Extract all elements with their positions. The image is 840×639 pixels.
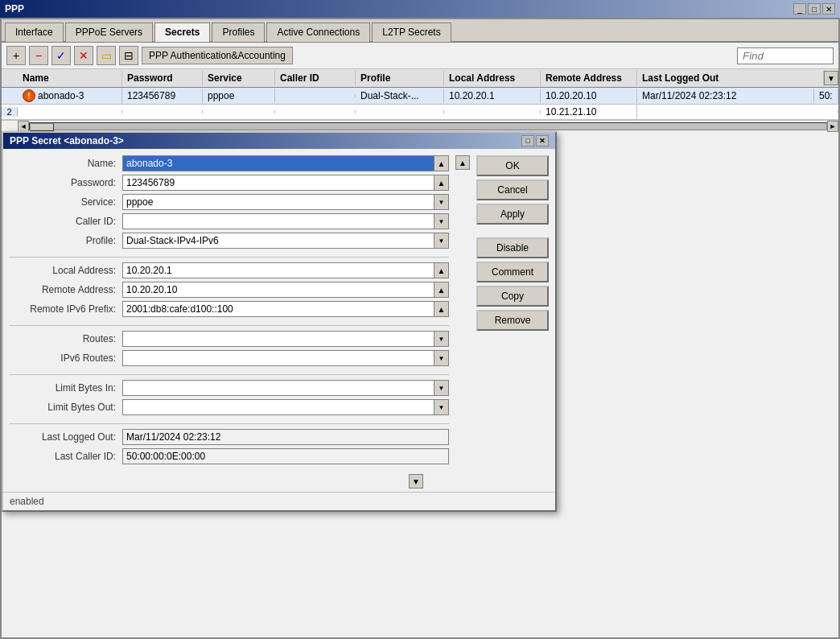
col-profile: Profile	[356, 71, 444, 85]
ppp-secret-dialog: PPP Secret <abonado-3> □ ✕ Name: ▲	[2, 131, 557, 512]
limit-bytes-in-dropdown-btn[interactable]: ▼	[434, 380, 449, 396]
remote-address-up-arrow[interactable]: ▲	[434, 282, 449, 298]
local-address-up-arrow[interactable]: ▲	[434, 262, 449, 278]
check-button[interactable]: ✓	[51, 46, 71, 65]
ipv6-routes-input[interactable]	[122, 350, 434, 366]
password-input[interactable]	[122, 175, 434, 191]
last-logged-out-input[interactable]	[122, 429, 449, 445]
ipv6-routes-row: IPv6 Routes: ▼	[10, 350, 449, 366]
copy-button[interactable]: Copy	[476, 286, 549, 307]
remove-button[interactable]: −	[29, 46, 48, 65]
local-address-label: Local Address:	[10, 265, 122, 276]
table-row[interactable]: abonado-3 123456789 pppoe Dual-Stack-...…	[2, 88, 838, 105]
dialog-title-bar: PPP Secret <abonado-3> □ ✕	[3, 133, 555, 149]
add-button[interactable]: +	[6, 46, 26, 65]
last-caller-id-input[interactable]	[122, 448, 449, 464]
name-label: Name:	[10, 158, 122, 169]
tab-interface[interactable]: Interface	[5, 23, 64, 42]
ipv6-routes-input-group: ▼	[122, 350, 449, 366]
cell-password: 123456789	[122, 89, 203, 103]
limit-bytes-in-input[interactable]	[122, 380, 434, 396]
service-dropdown-btn[interactable]: ▼	[434, 194, 449, 210]
table-row-2[interactable]: 2 10.21.21.10	[2, 105, 838, 120]
col-remote-address: Remote Address	[541, 71, 637, 85]
comment-button[interactable]: Comment	[476, 262, 549, 282]
routes-label: Routes:	[10, 333, 122, 344]
dialog-maximize-button[interactable]: □	[521, 135, 534, 146]
folder-button[interactable]: ▭	[97, 46, 116, 65]
cell2-last-logged-out	[637, 110, 838, 113]
cancel-button[interactable]: Cancel	[476, 179, 549, 200]
toolbar: + − ✓ ✕ ▭ ⊟ PPP Authentication&Accountin…	[2, 43, 838, 69]
remove-button[interactable]: Remove	[476, 310, 549, 331]
apply-button[interactable]: Apply	[476, 204, 549, 225]
dialog-right-panel: ▲	[455, 155, 470, 468]
name-input[interactable]	[122, 155, 434, 171]
remote-address-input[interactable]	[122, 282, 434, 298]
enabled-status: enabled	[10, 496, 44, 507]
expand-button[interactable]: ▼	[824, 71, 838, 85]
tab-secrets[interactable]: Secrets	[154, 23, 210, 42]
tab-pppoe-servers[interactable]: PPPoE Servers	[65, 23, 153, 42]
scroll-down-button[interactable]: ▼	[409, 474, 423, 489]
remote-ipv6-prefix-input-group: ▲	[122, 301, 449, 317]
cell-profile: Dual-Stack-...	[356, 89, 444, 103]
minimize-button[interactable]: _	[793, 3, 806, 14]
title-bar-controls: _ □ ✕	[793, 3, 835, 14]
profile-label: Profile:	[10, 235, 122, 246]
dialog-title-controls: □ ✕	[521, 135, 549, 146]
cell2-name	[18, 110, 122, 113]
auth-accounting-button[interactable]: PPP Authentication&Accounting	[142, 47, 293, 64]
cell-caller-id	[275, 94, 356, 97]
caller-id-input[interactable]	[122, 213, 434, 229]
dialog-footer: enabled	[3, 492, 555, 510]
limit-bytes-in-input-group: ▼	[122, 380, 449, 396]
scrollbar-track[interactable]	[29, 122, 827, 130]
disable-button[interactable]: Disable	[476, 237, 549, 258]
service-input[interactable]	[122, 194, 434, 210]
ipv6-routes-dropdown-btn[interactable]: ▼	[434, 350, 449, 366]
routes-dropdown-btn[interactable]: ▼	[434, 331, 449, 347]
filter-button[interactable]: ⊟	[119, 46, 138, 65]
remote-address-label: Remote Address:	[10, 284, 122, 295]
last-caller-id-row: Last Caller ID:	[10, 448, 449, 464]
col-last-logged-out: Last Logged Out	[637, 71, 824, 85]
profile-row: Profile: ▼	[10, 233, 449, 249]
password-up-arrow[interactable]: ▲	[434, 175, 449, 191]
name-up-arrow[interactable]: ▲	[434, 155, 449, 171]
remote-ipv6-prefix-input[interactable]	[122, 301, 434, 317]
close-button[interactable]: ✕	[74, 46, 93, 65]
window-title: PPP	[5, 3, 24, 14]
status-icon	[23, 89, 35, 102]
local-address-input[interactable]	[122, 262, 434, 278]
remote-address-input-group: ▲	[122, 282, 449, 298]
cell2-remote-address: 10.21.21.10	[541, 105, 637, 119]
find-input[interactable]	[737, 47, 834, 64]
separator-2	[10, 325, 449, 326]
tab-profiles[interactable]: Profiles	[212, 23, 265, 42]
scroll-up-button[interactable]: ▲	[455, 155, 470, 170]
remote-address-row: Remote Address: ▲	[10, 282, 449, 298]
scroll-left-button[interactable]: ◄	[18, 121, 29, 132]
scrollbar-thumb[interactable]	[30, 123, 54, 131]
caller-id-dropdown-btn[interactable]: ▼	[434, 213, 449, 229]
maximize-button[interactable]: □	[808, 3, 821, 14]
dialog-close-button[interactable]: ✕	[536, 135, 549, 146]
row-number-2: 2	[2, 107, 18, 117]
close-button[interactable]: ✕	[822, 3, 835, 14]
limit-bytes-out-dropdown-btn[interactable]: ▼	[434, 399, 449, 415]
dialog-scroll-area: ▼	[3, 474, 555, 492]
cell-last-logged-out: Mar/11/2024 02:23:12	[637, 89, 814, 103]
tab-active-connections[interactable]: Active Connections	[266, 23, 370, 42]
ok-button[interactable]: OK	[476, 155, 549, 176]
scroll-right-button[interactable]: ►	[827, 121, 838, 132]
limit-bytes-out-input[interactable]	[122, 399, 434, 415]
profile-input[interactable]	[122, 233, 434, 249]
last-caller-id-label: Last Caller ID:	[10, 451, 122, 462]
tab-l2tp-secrets[interactable]: L2TP Secrets	[372, 23, 451, 42]
profile-dropdown-btn[interactable]: ▼	[434, 233, 449, 249]
routes-input-group: ▼	[122, 331, 449, 347]
remote-ipv6-prefix-up-arrow[interactable]: ▲	[434, 301, 449, 317]
table-area: Name Password Service Caller ID Profile …	[2, 69, 838, 512]
routes-input[interactable]	[122, 331, 434, 347]
